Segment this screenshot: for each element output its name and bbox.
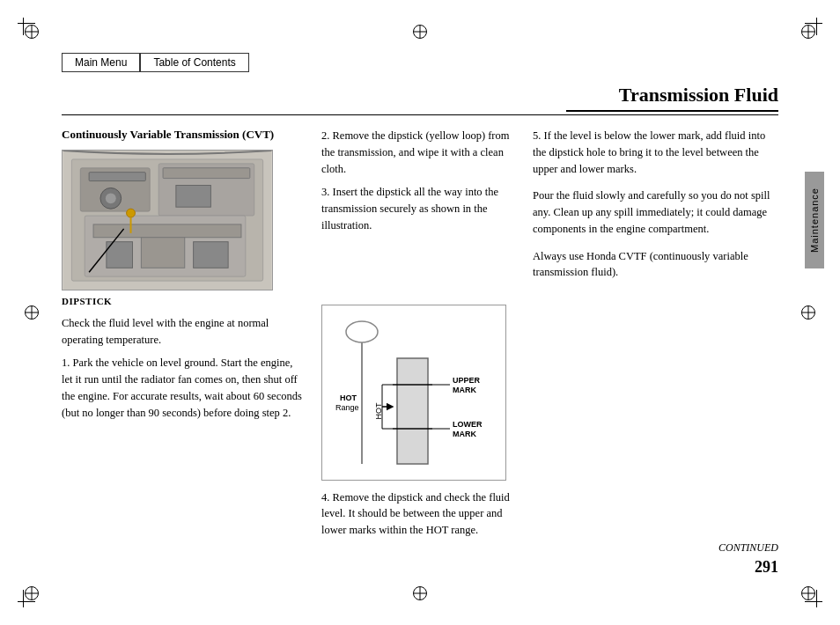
table-of-contents-button[interactable]: Table of Contents [140,53,248,72]
step-2: 2. Remove the dipstick (yellow loop) fro… [321,128,517,177]
dipstick-diagram: HOT UPPER MARK LOWER MARK HOT [321,305,506,481]
svg-rect-6 [163,168,250,179]
check-fluid-text: Check the fluid level with the engine at… [62,315,306,349]
left-column: Continuously Variable Transmission (CVT) [62,128,321,563]
middle-column: 2. Remove the dipstick (yellow loop) fro… [321,128,533,563]
content-area: Continuously Variable Transmission (CVT) [62,128,778,563]
main-menu-button[interactable]: Main Menu [62,53,140,72]
svg-text:LOWER: LOWER [453,420,483,429]
page-title: Transmission Fluid [619,84,778,106]
step-1: 1. Park the vehicle on level ground. Sta… [62,355,306,421]
svg-text:Range: Range [335,403,359,412]
svg-text:MARK: MARK [453,430,476,438]
step-4: 4. Remove the dipstick and check the flu… [321,489,517,539]
svg-rect-5 [89,173,145,181]
step-5-part2: Pour the fluid slowly and carefully so y… [533,188,778,237]
reg-circle-top-right [801,25,815,39]
svg-rect-13 [194,242,229,268]
dipstick-label: DIPSTICK [62,296,306,306]
step-5-part1: 5. If the level is below the lower mark,… [533,128,778,177]
continued-text: CONTINUED [718,541,778,555]
svg-rect-10 [93,224,241,238]
svg-point-8 [106,193,116,203]
maintenance-tab: Maintenance [805,172,824,268]
reg-circle-bottom-left [25,586,39,600]
svg-rect-9 [176,185,211,207]
section-heading: Continuously Variable Transmission (CVT) [62,128,306,143]
svg-rect-36 [398,386,427,428]
right-column: 5. If the level is below the lower mark,… [533,128,778,563]
svg-text:HOT: HOT [340,393,357,402]
page-number: 291 [755,558,778,577]
svg-text:MARK: MARK [453,386,476,394]
reg-circle-left [25,305,39,320]
reg-circle-bottom-center [413,586,427,600]
title-rule [62,114,778,115]
step-3: 3. Insert the dipstick all the way into … [321,184,517,233]
svg-text:UPPER: UPPER [453,376,481,385]
maintenance-tab-label: Maintenance [809,188,820,253]
svg-rect-12 [141,238,184,268]
reg-circle-right [801,305,815,320]
top-nav: Main Menu Table of Contents [62,53,249,72]
svg-rect-37 [398,359,427,384]
svg-rect-38 [398,430,427,463]
svg-point-14 [127,209,136,217]
reg-circle-top-center [413,25,427,39]
reg-circle-bottom-right [801,586,815,600]
engine-image [62,150,273,290]
page-title-container: Transmission Fluid [566,84,778,112]
reg-circle-top-left [25,25,39,39]
step-5-part3: Always use Honda CVTF (continuously vari… [533,248,778,282]
